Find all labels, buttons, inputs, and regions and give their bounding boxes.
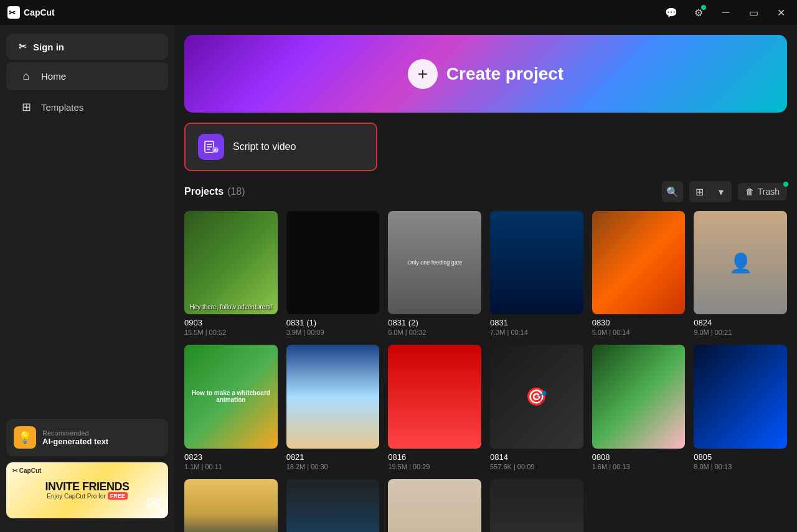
- invite-banner[interactable]: ✂ CapCut INVITE FRIENDS Enjoy CapCut Pro…: [6, 462, 168, 518]
- close-icon: ✕: [777, 7, 785, 19]
- recommended-prefix: Recommended: [42, 429, 108, 437]
- project-thumbnail: [490, 479, 583, 532]
- recommended-feature: AI-generated text: [42, 437, 108, 446]
- project-thumbnail: [286, 345, 380, 448]
- project-name: 0831: [490, 318, 583, 327]
- settings-button[interactable]: ⚙: [690, 4, 707, 21]
- titlebar: ✂ CapCut 💬 ⚙ ─ ▭ ✕: [0, 0, 797, 25]
- invite-text: INVITE FRIENDS Enjoy CapCut Pro for FREE: [45, 481, 129, 500]
- project-name: 0831 (2): [388, 318, 481, 327]
- project-meta: 3.9M | 00:09: [286, 329, 380, 336]
- ai-script-icon: AI: [203, 139, 219, 155]
- app-name: CapCut: [24, 7, 55, 17]
- project-thumbnail: How to make a whiteboard animation: [184, 345, 278, 448]
- project-meta: 9.0M | 00:21: [694, 329, 787, 336]
- project-item[interactable]: 0821 18.2M | 00:30: [286, 345, 380, 470]
- project-item[interactable]: 0831 7.3M | 00:14: [490, 211, 583, 336]
- view-toggle: ⊞ ▾: [689, 181, 732, 202]
- project-name: 0814: [490, 452, 583, 462]
- free-badge: FREE: [108, 492, 128, 500]
- project-thumbnail: Hey there, follow adventurers!: [184, 211, 278, 314]
- project-meta: 19.5M | 00:29: [388, 463, 481, 470]
- view-dropdown-button[interactable]: ▾: [710, 181, 732, 202]
- recommended-box[interactable]: 💡 Recommended AI-generated text: [6, 419, 168, 456]
- minimize-button[interactable]: ─: [717, 4, 735, 21]
- trash-notification-dot: [783, 182, 788, 187]
- sidebar-bottom: 💡 Recommended AI-generated text ✂ CapCut…: [0, 413, 174, 525]
- close-button[interactable]: ✕: [772, 4, 790, 21]
- project-item[interactable]: [490, 479, 583, 532]
- project-item[interactable]: 👥: [184, 479, 278, 532]
- signin-icon: ✂: [19, 41, 27, 52]
- script-to-video-label: Script to video: [233, 141, 296, 152]
- script-to-video-button[interactable]: AI Script to video: [184, 123, 377, 171]
- grid-view-button[interactable]: ⊞: [689, 181, 710, 202]
- project-item[interactable]: 🎯 0814 557.6K | 00:09: [490, 345, 583, 470]
- maximize-button[interactable]: ▭: [745, 4, 762, 21]
- project-meta: 6.0M | 00:32: [388, 329, 481, 336]
- sidebar: ✂ Sign in ⌂ Home ⊞ Templates 💡 Recommend…: [0, 25, 174, 532]
- notification-button[interactable]: 💬: [663, 4, 680, 21]
- search-icon: 🔍: [666, 186, 679, 198]
- grid-icon: ⊞: [696, 186, 704, 198]
- titlebar-controls: 💬 ⚙ ─ ▭ ✕: [663, 4, 790, 21]
- project-meta: 8.0M | 00:13: [694, 463, 787, 470]
- projects-header: Projects (18) 🔍 ⊞ ▾ 🗑 Trash: [184, 181, 787, 202]
- project-item[interactable]: Hey there, follow adventurers! 0903 15.5…: [184, 211, 278, 336]
- projects-actions: 🔍 ⊞ ▾ 🗑 Trash: [662, 181, 787, 202]
- projects-title: Projects: [184, 186, 224, 197]
- projects-count: (18): [227, 186, 245, 197]
- project-thumbnail: [694, 345, 787, 448]
- project-item[interactable]: 0830 5.0M | 00:14: [592, 211, 686, 336]
- minimize-icon: ─: [722, 7, 729, 18]
- app-logo: ✂ CapCut: [7, 6, 55, 19]
- sidebar-home-label: Home: [41, 71, 66, 82]
- project-item[interactable]: 👤: [286, 479, 380, 532]
- project-thumbnail: 🎯: [490, 345, 583, 448]
- invite-subtitle-text: Enjoy CapCut Pro for: [47, 493, 106, 500]
- signin-button[interactable]: ✂ Sign in: [6, 34, 168, 60]
- project-meta: 7.3M | 00:14: [490, 329, 583, 336]
- project-meta: 557.6K | 00:09: [490, 463, 583, 470]
- signin-label: Sign in: [33, 42, 64, 52]
- sidebar-item-home[interactable]: ⌂ Home: [6, 62, 168, 90]
- project-thumbnail: Only one feeding gate: [388, 211, 481, 314]
- titlebar-left: ✂ CapCut: [7, 6, 55, 19]
- project-item[interactable]: 0805 8.0M | 00:13: [694, 345, 787, 470]
- create-plus-icon: +: [408, 59, 438, 89]
- main-layout: ✂ Sign in ⌂ Home ⊞ Templates 💡 Recommend…: [0, 25, 797, 532]
- project-name: 0823: [184, 452, 278, 462]
- project-name: 0805: [694, 452, 787, 462]
- chat-icon: 💬: [665, 7, 677, 19]
- create-project-banner[interactable]: + Create project: [184, 35, 787, 113]
- capcut-logo-icon: ✂: [7, 6, 20, 19]
- svg-text:✂: ✂: [9, 8, 16, 17]
- project-item[interactable]: 0808 1.6M | 00:13: [592, 345, 686, 470]
- script-to-video-icon: AI: [198, 134, 224, 160]
- project-item[interactable]: 👤 0824 9.0M | 00:21: [694, 211, 787, 336]
- project-thumbnail: 👤: [694, 211, 787, 314]
- project-meta: 5.0M | 00:14: [592, 329, 686, 336]
- envelope-icon: ✉: [146, 493, 161, 513]
- project-thumbnail: FEUP &WORK H: [388, 479, 481, 532]
- project-meta: 1.1M | 00:11: [184, 463, 278, 470]
- project-thumbnail: [490, 211, 583, 314]
- project-thumbnail: [592, 345, 686, 448]
- project-name: 0903: [184, 318, 278, 327]
- content-area: + Create project AI Script to video Proj…: [174, 25, 797, 532]
- home-icon: ⌂: [19, 70, 34, 83]
- trash-icon: 🗑: [745, 187, 754, 197]
- projects-grid: Hey there, follow adventurers! 0903 15.5…: [184, 211, 787, 532]
- invite-subtitle: Enjoy CapCut Pro for FREE: [45, 492, 129, 500]
- project-item[interactable]: 0831 (1) 3.9M | 00:09: [286, 211, 380, 336]
- project-item[interactable]: Only one feeding gate 0831 (2) 6.0M | 00…: [388, 211, 481, 336]
- sidebar-item-templates[interactable]: ⊞ Templates: [6, 93, 168, 121]
- trash-button[interactable]: 🗑 Trash: [738, 183, 787, 200]
- project-item[interactable]: FEUP &WORK H: [388, 479, 481, 532]
- project-item[interactable]: 0816 19.5M | 00:29: [388, 345, 481, 470]
- project-meta: 1.6M | 00:13: [592, 463, 686, 470]
- project-name: 0816: [388, 452, 481, 462]
- search-button[interactable]: 🔍: [662, 181, 683, 202]
- project-item[interactable]: How to make a whiteboard animation 0823 …: [184, 345, 278, 470]
- project-name: 0821: [286, 452, 380, 462]
